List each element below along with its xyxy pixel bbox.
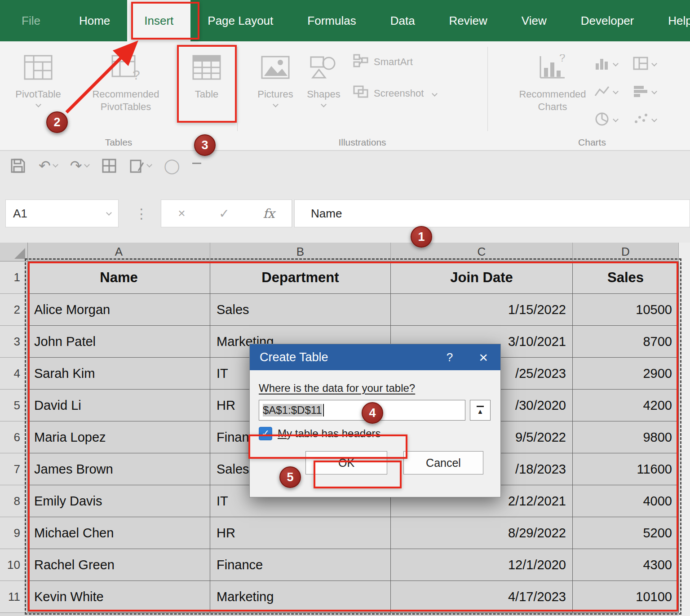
close-icon[interactable]: × — [479, 349, 488, 366]
cell[interactable]: Sales — [210, 294, 391, 326]
tab-view[interactable]: View — [504, 0, 564, 41]
cell[interactable]: 9800 — [573, 421, 679, 453]
ribbon-group-illustrations: Pictures Shapes SmartArt Screenshot — [237, 41, 487, 151]
cell[interactable]: David Li — [28, 390, 210, 421]
cell[interactable]: 4300 — [573, 549, 679, 581]
cell[interactable]: 4000 — [573, 485, 679, 517]
dialog-title-bar[interactable]: Create Table ? × — [250, 344, 500, 370]
cell[interactable]: Michael Chen — [28, 517, 210, 549]
cell[interactable]: Sales — [573, 261, 679, 294]
pictures-button[interactable]: Pictures — [251, 47, 300, 106]
cell[interactable]: 8700 — [573, 326, 679, 358]
cell[interactable]: Department — [210, 261, 391, 294]
cell[interactable]: Rachel Green — [28, 549, 210, 581]
cell[interactable]: 10100 — [573, 581, 679, 613]
edit-mode-button[interactable] — [129, 158, 151, 173]
cell[interactable]: 4/17/2023 — [391, 581, 573, 613]
tab-review[interactable]: Review — [432, 0, 504, 41]
cell[interactable]: James Brown — [28, 453, 210, 485]
row-header[interactable]: 7 — [0, 453, 28, 485]
cancel-button[interactable]: Cancel — [403, 451, 483, 474]
collapse-dialog-button[interactable]: ▲ — [470, 400, 491, 421]
cell[interactable]: 8/29/2022 — [391, 517, 573, 549]
recommended-charts-button[interactable]: ? Recommended Charts — [517, 47, 588, 113]
row-header[interactable]: 2 — [0, 294, 28, 326]
hierarchy-chart-button[interactable] — [632, 56, 671, 71]
svg-text:?: ? — [133, 67, 140, 80]
row-header[interactable]: 3 — [0, 326, 28, 358]
chevron-down-icon — [613, 61, 619, 66]
table-headers-checkbox[interactable]: ✓ — [259, 427, 272, 440]
bar-chart-button[interactable] — [632, 84, 671, 98]
pivottable-button[interactable]: PivotTable — [4, 47, 72, 106]
cell[interactable]: 4200 — [573, 390, 679, 421]
column-chart-button[interactable] — [594, 56, 632, 71]
cell[interactable]: Marketing — [210, 581, 391, 613]
row-header[interactable]: 5 — [0, 390, 28, 421]
redo-button[interactable]: ↷ — [70, 157, 89, 174]
group-label-charts: Charts — [494, 137, 690, 148]
shapes-button[interactable]: Shapes — [300, 47, 347, 106]
formula-bar-input[interactable]: Name — [294, 199, 690, 227]
cell[interactable]: 1/15/2022 — [391, 294, 573, 326]
cell[interactable]: 5200 — [573, 517, 679, 549]
undo-button[interactable]: ↶ — [39, 157, 58, 174]
cell[interactable]: 12/1/2020 — [391, 549, 573, 581]
tab-formulas[interactable]: Formulas — [290, 0, 373, 41]
row-header[interactable]: 11 — [0, 581, 28, 613]
cell[interactable]: John Patel — [28, 326, 210, 358]
cell[interactable]: Name — [28, 261, 210, 294]
cell[interactable]: Sarah Kim — [28, 358, 210, 390]
row-header[interactable]: 8 — [0, 485, 28, 517]
row-header[interactable]: 10 — [0, 549, 28, 581]
tab-insert[interactable]: Insert — [127, 0, 190, 41]
cell[interactable]: Alice Morgan — [28, 294, 210, 326]
cell[interactable]: Finance — [210, 549, 391, 581]
cell[interactable]: Maria Lopez — [28, 421, 210, 453]
confirm-entry-icon[interactable]: ✓ — [219, 206, 229, 221]
tab-file[interactable]: File — [0, 0, 62, 41]
cancel-entry-icon[interactable]: × — [178, 206, 185, 221]
cell[interactable]: 2900 — [573, 358, 679, 390]
borders-button[interactable] — [102, 158, 117, 173]
pie-chart-button[interactable] — [594, 112, 632, 126]
formula-bar-value: Name — [311, 207, 342, 221]
formula-bar-splitter[interactable]: ⋮ — [135, 206, 148, 222]
row-header[interactable]: 9 — [0, 517, 28, 549]
select-all-corner[interactable] — [0, 243, 28, 261]
cell[interactable]: HR — [210, 517, 391, 549]
tab-developer[interactable]: Developer — [564, 0, 651, 41]
row-header[interactable]: 4 — [0, 358, 28, 390]
scatter-chart-button[interactable] — [632, 112, 671, 126]
collapse-dialog-bar-icon — [477, 406, 484, 407]
cell[interactable]: Kevin White — [28, 581, 210, 613]
insert-function-button[interactable]: fx — [263, 206, 275, 221]
chevron-down-icon — [651, 61, 657, 66]
cell[interactable]: 10500 — [573, 294, 679, 326]
col-header-b[interactable]: B — [210, 243, 391, 261]
chevron-down-icon — [651, 89, 657, 94]
smartart-button[interactable]: SmartArt — [353, 54, 437, 70]
row-header[interactable]: 1 — [0, 261, 28, 294]
row-header[interactable]: 6 — [0, 421, 28, 453]
col-header-a[interactable]: A — [28, 243, 210, 261]
name-box[interactable]: A1 — [5, 199, 119, 227]
ok-button[interactable]: OK — [305, 451, 387, 474]
tab-data[interactable]: Data — [373, 0, 432, 41]
screenshot-label: Screenshot — [374, 88, 424, 99]
col-header-d[interactable]: D — [573, 243, 679, 261]
qat-customize-button[interactable] — [192, 163, 201, 164]
cell[interactable]: Join Date — [391, 261, 573, 294]
help-icon[interactable]: ? — [447, 350, 453, 364]
recommended-pivottables-button[interactable]: ? Recommended PivotTables — [74, 47, 177, 113]
save-button[interactable] — [10, 158, 26, 174]
tab-page-layout[interactable]: Page Layout — [190, 0, 290, 41]
cell[interactable]: 11600 — [573, 453, 679, 485]
tab-home[interactable]: Home — [62, 0, 127, 41]
tab-help[interactable]: Help — [651, 0, 690, 41]
screenshot-button[interactable]: Screenshot — [353, 85, 437, 102]
cell[interactable]: Emily Davis — [28, 485, 210, 517]
table-headers-checkbox-label[interactable]: My table has headers — [278, 427, 380, 440]
line-chart-button[interactable] — [594, 84, 632, 98]
table-button[interactable]: Table — [180, 47, 234, 101]
